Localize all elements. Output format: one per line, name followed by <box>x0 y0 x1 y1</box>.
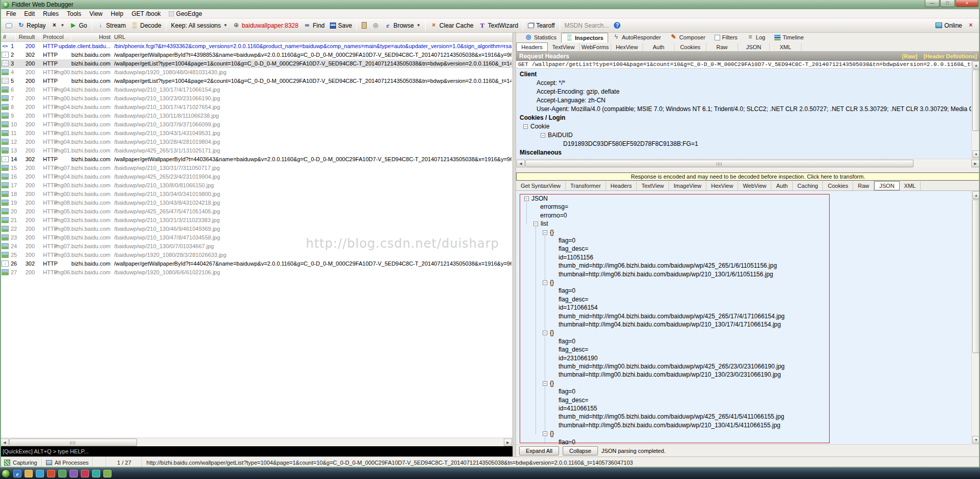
toolbar-button-timer-icon[interactable]: ◎ <box>369 21 382 30</box>
json-tree-row[interactable]: flag=0 <box>552 338 575 345</box>
request-horizontal-scrollbar[interactable]: ◀ ▶ <box>516 159 980 167</box>
menu-item-tools[interactable]: Tools <box>63 10 85 18</box>
response-tab-caching[interactable]: Caching <box>793 181 823 190</box>
toolbar-button-browse[interactable]: eBrowse▼ <box>382 20 423 31</box>
column-divider[interactable] <box>112 34 113 41</box>
expander-icon[interactable]: − <box>543 431 547 436</box>
session-row[interactable]: 24200HTTPimg07.bizhi.baidu.com/baiduwp/w… <box>0 242 513 251</box>
capturing-indicator[interactable]: Capturing <box>0 457 42 468</box>
tab-log[interactable]: ≡Log <box>742 32 770 42</box>
session-row[interactable]: 5200HTTPbizhi.baidu.com/wallpaper/getLis… <box>0 77 513 85</box>
json-tree-row[interactable]: thumb_mid=http://img00.bizhi.baidu.com/b… <box>552 363 785 371</box>
response-tab-json[interactable]: JSON <box>874 181 899 190</box>
request-vertical-scrollbar[interactable]: ▲ ▼ <box>971 61 980 159</box>
session-row[interactable]: ↓26302HTTPbizhi.baidu.com/wallpaper/getW… <box>0 259 513 268</box>
session-row[interactable]: 23200HTTPimg08.bizhi.baidu.com/baiduwp/w… <box>0 233 513 242</box>
column-header-result[interactable]: Result <box>17 34 35 40</box>
decode-response-banner[interactable]: Response is encoded and may need to be d… <box>516 172 980 181</box>
session-row[interactable]: <>1200HTTPupdate.client.baidu.../bin/pho… <box>0 42 513 51</box>
request-tab-auth[interactable]: Auth <box>643 43 675 51</box>
taskbar-app-app-green[interactable] <box>58 470 66 477</box>
json-vertical-scrollbar[interactable]: ▲ ▼ <box>971 191 980 444</box>
json-tree-row[interactable]: thumbnail=http://img05.bizhi.baidu.com/b… <box>552 422 781 429</box>
taskbar-app-media-player[interactable] <box>36 470 44 477</box>
session-row[interactable]: 4200HTTPimg00.bizhi.baidu.com/baiduwp/wp… <box>0 68 513 77</box>
taskbar-app-folder[interactable] <box>25 470 33 477</box>
response-tab-textview[interactable]: TextView <box>637 181 669 190</box>
toolbar-button-help-icon[interactable]: ? <box>611 21 623 30</box>
request-tab-json[interactable]: JSON <box>738 43 770 51</box>
menu-item-geoedge[interactable]: GeoEdge <box>165 10 206 18</box>
json-tree-row[interactable]: thumb_mid=http://img04.bizhi.baidu.com/b… <box>552 313 785 320</box>
scroll-up-arrow-icon[interactable]: ▲ <box>972 191 980 199</box>
json-tree-row[interactable]: −{} <box>543 279 554 287</box>
response-tab-headers[interactable]: Headers <box>606 181 637 190</box>
request-tab-headers[interactable]: Headers <box>516 42 548 52</box>
session-row[interactable]: 10200HTTPimg09.bizhi.baidu.com/baiduwp/w… <box>0 120 513 129</box>
quickexec-input[interactable]: [QuickExec] ALT+Q > type HELP... <box>0 446 513 456</box>
expander-icon[interactable]: − <box>533 222 538 226</box>
column-header-number[interactable]: # <box>3 34 6 40</box>
json-tree-row[interactable]: −list <box>533 220 548 228</box>
json-tree-row[interactable]: thumb_mid=http://img05.bizhi.baidu.com/b… <box>552 413 784 421</box>
taskbar-app-app-purple[interactable] <box>70 470 78 477</box>
response-tab-raw[interactable]: Raw <box>853 181 874 190</box>
scroll-down-arrow-icon[interactable]: ▼ <box>972 150 980 158</box>
toolbar-button-textwizard[interactable]: TTextWizard <box>476 20 521 31</box>
json-tree-row[interactable]: −{} <box>543 329 554 337</box>
scroll-up-arrow-icon[interactable]: ▲ <box>972 61 980 69</box>
close-button[interactable]: × <box>955 0 978 7</box>
json-tree-row[interactable]: id=171066154 <box>552 304 597 312</box>
session-row[interactable]: 12200HTTPimg04.bizhi.baidu.com/baiduwp/w… <box>0 138 513 146</box>
menu-item-view[interactable]: View <box>85 10 107 18</box>
toolbar-button-remove-sessions-icon[interactable]: ×▼ <box>48 21 67 30</box>
expander-icon[interactable]: − <box>524 197 529 201</box>
session-row[interactable]: 20200HTTPimg05.bizhi.baidu.com/baiduwp/w… <box>0 207 513 216</box>
json-tree-row[interactable]: flag=0 <box>552 439 575 444</box>
toolbar-button-save[interactable]: Save <box>327 21 354 30</box>
session-row[interactable]: 9200HTTPimg08.bizhi.baidu.com/baiduwp/wp… <box>0 112 513 120</box>
json-tree-row[interactable]: −JSON <box>524 195 548 203</box>
scroll-down-arrow-icon[interactable]: ▼ <box>972 436 980 444</box>
session-row[interactable]: 6200HTTPimg04.bizhi.baidu.com/baiduwp/wp… <box>0 85 513 94</box>
title-bar[interactable]: F Fiddler Web Debugger — □ × <box>0 0 980 9</box>
response-tab-webview[interactable]: WebView <box>738 181 771 190</box>
session-row[interactable]: 19200HTTPimg08.bizhi.baidu.com/baiduwp/w… <box>0 199 513 207</box>
toolbar-button-baiduwallpaper-8328[interactable]: ⊕baiduwallpaper:8328 <box>230 21 301 30</box>
menu-item-help[interactable]: Help <box>107 10 128 18</box>
scrollbar-thumb[interactable] <box>9 439 137 446</box>
tab-autoresponder[interactable]: ϟAutoResponder <box>608 32 665 42</box>
response-tab-get-syntaxview[interactable]: Get SyntaxView <box>516 181 566 190</box>
json-tree-row[interactable]: thumbnail=http://img06.bizhi.baidu.com/b… <box>552 271 773 278</box>
request-tab-xml[interactable]: XML <box>770 43 801 51</box>
toolbar-button-clear-cache[interactable]: ×Clear Cache <box>428 21 476 30</box>
taskbar-app-internet-explorer[interactable]: e <box>13 470 21 477</box>
response-tab-hexview[interactable]: HexView <box>706 181 738 190</box>
json-tree-row[interactable]: flag_desc= <box>552 296 588 303</box>
expander-icon[interactable]: − <box>543 381 547 386</box>
response-tab-xml[interactable]: XML <box>900 181 921 190</box>
response-tab-transformer[interactable]: Transformer <box>566 181 606 190</box>
json-tree-row[interactable]: flag=0 <box>552 287 575 295</box>
taskbar-app-app-red[interactable] <box>47 470 55 477</box>
tab-timeline[interactable]: Timeline <box>770 33 808 42</box>
json-tree-row[interactable]: thumb_mid=http://img06.bizhi.baidu.com/b… <box>552 262 777 270</box>
scrollbar-thumb[interactable] <box>972 200 980 353</box>
column-divider[interactable] <box>40 34 40 41</box>
session-row[interactable]: 7200HTTPimg00.bizhi.baidu.com/baiduwp/wp… <box>0 94 513 103</box>
json-tree-row[interactable]: thumbnail=http://img04.bizhi.baidu.com/b… <box>552 321 781 329</box>
json-tree-row[interactable]: −{} <box>543 229 554 236</box>
toolbar-button-find[interactable]: ∞Find <box>301 21 327 30</box>
menu-item-file[interactable]: File <box>2 10 20 18</box>
toolbar-button-decode[interactable]: ▒Decode <box>128 21 164 30</box>
json-tree-row[interactable]: flag_desc= <box>552 346 588 354</box>
toolbar-button-clipboard-icon[interactable] <box>359 21 369 30</box>
json-tree-row[interactable]: errorno=0 <box>533 212 567 220</box>
tab-inspectors[interactable]: ▒Inspectors <box>561 33 608 42</box>
tab-filters[interactable]: Filters <box>710 33 742 42</box>
expand-all-button[interactable]: Expand All <box>519 446 559 455</box>
session-row[interactable]: 27200HTTPimg06.bizhi.baidu.com/baiduwp/w… <box>0 268 513 277</box>
json-tree-row[interactable]: thumbnail=http://img00.bizhi.baidu.com/b… <box>552 371 781 379</box>
session-row[interactable]: ↓14302HTTPbizhi.baidu.com/wallpaper/getW… <box>0 155 513 164</box>
json-tree-row[interactable]: id=11051156 <box>552 254 593 262</box>
